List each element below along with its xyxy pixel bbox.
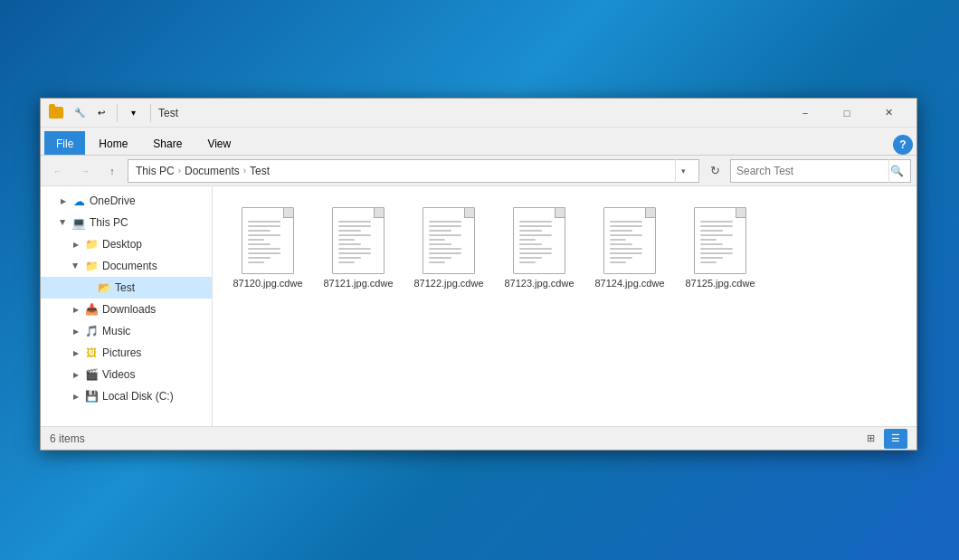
- file-item[interactable]: 87122.jpg.cdwe: [408, 201, 489, 293]
- expand-documents-icon: ▶: [70, 260, 82, 272]
- help-button[interactable]: ?: [893, 135, 913, 155]
- file-name: 87123.jpg.cdwe: [504, 277, 574, 289]
- sidebar-label-music: Music: [102, 325, 130, 337]
- path-test[interactable]: Test: [250, 165, 270, 177]
- doc-page: [603, 207, 656, 274]
- file-icon: [689, 204, 751, 277]
- sidebar-item-desktop[interactable]: ▶ 📁 Desktop: [41, 233, 212, 255]
- sidebar-label-documents: Documents: [102, 260, 157, 272]
- items-count: 6 items: [50, 432, 85, 445]
- status-bar: 6 items ⊞ ☰: [41, 426, 916, 450]
- ribbon-tab-bar: File Home Share View ?: [41, 128, 916, 155]
- back-button[interactable]: ←: [46, 160, 70, 182]
- minimize-button[interactable]: −: [784, 99, 826, 128]
- address-bar: ← → ↑ This PC › Documents › Test ▾ ↻ 🔍: [41, 156, 916, 186]
- file-name: 87124.jpg.cdwe: [594, 277, 664, 289]
- desktop-folder-icon: 📁: [84, 237, 99, 252]
- quick-access-toolbar: 🔧 ↩ ▾: [70, 103, 143, 123]
- file-icon: [237, 204, 299, 277]
- path-documents[interactable]: Documents: [185, 165, 240, 177]
- path-sep-1: ›: [178, 166, 181, 176]
- title-bar: 🔧 ↩ ▾ Test − □ ✕: [41, 99, 916, 128]
- doc-page: [423, 207, 475, 274]
- file-name: 87120.jpg.cdwe: [233, 277, 302, 289]
- sidebar-label-test: Test: [115, 281, 135, 294]
- view-toggles: ⊞ ☰: [859, 429, 907, 449]
- expand-videos-icon: ▶: [70, 368, 82, 381]
- file-name: 87121.jpg.cdwe: [323, 277, 393, 289]
- view-details-btn[interactable]: ☰: [884, 429, 907, 449]
- tab-view[interactable]: View: [195, 131, 242, 155]
- doc-page: [332, 207, 385, 274]
- search-submit-button[interactable]: 🔍: [888, 159, 905, 183]
- expand-this-pc-icon: ▶: [57, 216, 70, 229]
- file-area: 87120.jpg.cdwe 87121.jpg.cdwe 87122.jpg.…: [213, 186, 916, 426]
- file-item[interactable]: 87121.jpg.cdwe: [318, 201, 399, 293]
- file-name: 87125.jpg.cdwe: [685, 277, 755, 289]
- sidebar-label-this-pc: This PC: [90, 216, 128, 229]
- sidebar-item-downloads[interactable]: ▶ 📥 Downloads: [41, 299, 212, 320]
- onedrive-icon: ☁: [71, 194, 86, 208]
- refresh-button[interactable]: ↻: [703, 159, 726, 183]
- doc-page: [242, 207, 294, 274]
- qa-undo-btn[interactable]: ↩: [91, 103, 111, 123]
- file-item[interactable]: 87123.jpg.cdwe: [498, 201, 580, 293]
- music-folder-icon: 🎵: [84, 324, 99, 338]
- ribbon: File Home Share View ?: [41, 128, 916, 156]
- sidebar-item-local-disk[interactable]: ▶ 💾 Local Disk (C:): [41, 385, 212, 407]
- sidebar-label-videos: Videos: [102, 368, 135, 381]
- view-medium-icons-btn[interactable]: ⊞: [859, 429, 882, 449]
- sidebar-item-documents[interactable]: ▶ 📁 Documents: [41, 255, 212, 277]
- path-this-pc[interactable]: This PC: [136, 165, 175, 177]
- sidebar-item-this-pc[interactable]: ▶ 💻 This PC: [41, 212, 212, 233]
- address-path[interactable]: This PC › Documents › Test ▾: [128, 159, 699, 183]
- sidebar: ▶ ☁ OneDrive ▶ 💻 This PC ▶ 📁 Desktop ▶ 📁…: [41, 186, 213, 426]
- doc-lines: [429, 221, 461, 266]
- sidebar-label-onedrive: OneDrive: [90, 195, 136, 207]
- path-sep-2: ›: [243, 166, 246, 176]
- tab-home[interactable]: Home: [87, 131, 139, 155]
- sidebar-label-desktop: Desktop: [102, 238, 142, 251]
- maximize-button[interactable]: □: [826, 99, 868, 128]
- sidebar-item-music[interactable]: ▶ 🎵 Music: [41, 320, 212, 342]
- close-button[interactable]: ✕: [868, 99, 909, 128]
- expand-downloads-icon: ▶: [70, 303, 82, 316]
- file-item[interactable]: 87125.jpg.cdwe: [679, 201, 761, 293]
- computer-icon: 💻: [71, 215, 86, 230]
- search-input[interactable]: [736, 165, 888, 177]
- pictures-folder-icon: 🖼: [84, 346, 99, 360]
- sidebar-item-onedrive[interactable]: ▶ ☁ OneDrive: [41, 190, 212, 212]
- sidebar-item-videos[interactable]: ▶ 🎬 Videos: [41, 364, 212, 385]
- qa-separator: [117, 104, 118, 122]
- file-icon: [508, 204, 570, 277]
- documents-folder-icon: 📁: [84, 259, 99, 273]
- file-item[interactable]: 87120.jpg.cdwe: [227, 201, 309, 293]
- address-dropdown[interactable]: ▾: [675, 159, 691, 183]
- search-box[interactable]: 🔍: [730, 159, 911, 183]
- window-title: Test: [155, 107, 784, 119]
- local-disk-icon: 💾: [84, 389, 99, 403]
- expand-music-icon: ▶: [70, 325, 82, 337]
- tab-share[interactable]: Share: [141, 131, 194, 155]
- tab-file[interactable]: File: [44, 131, 85, 155]
- up-button[interactable]: ↑: [100, 160, 124, 182]
- doc-page: [694, 207, 746, 274]
- sidebar-item-test[interactable]: ▶ 📂 Test: [41, 277, 212, 299]
- sidebar-item-pictures[interactable]: ▶ 🖼 Pictures: [41, 342, 212, 364]
- file-explorer-window: 🔧 ↩ ▾ Test − □ ✕ File Home Share View ? …: [40, 98, 917, 451]
- file-item[interactable]: 87124.jpg.cdwe: [589, 201, 670, 293]
- doc-lines: [610, 221, 642, 266]
- main-area: ▶ ☁ OneDrive ▶ 💻 This PC ▶ 📁 Desktop ▶ 📁…: [41, 186, 916, 426]
- title-separator: [150, 104, 151, 122]
- qa-properties-btn[interactable]: 🔧: [70, 103, 90, 123]
- file-name: 87122.jpg.cdwe: [413, 277, 483, 289]
- file-icon: [328, 204, 389, 277]
- forward-button[interactable]: →: [73, 160, 97, 182]
- expand-pictures-icon: ▶: [70, 346, 82, 359]
- window-controls: − □ ✕: [784, 99, 909, 128]
- doc-lines: [338, 221, 371, 266]
- qa-dropdown-btn[interactable]: ▾: [123, 103, 143, 123]
- test-folder-icon: 📂: [97, 280, 111, 295]
- doc-lines: [248, 221, 280, 266]
- file-icon: [599, 204, 660, 277]
